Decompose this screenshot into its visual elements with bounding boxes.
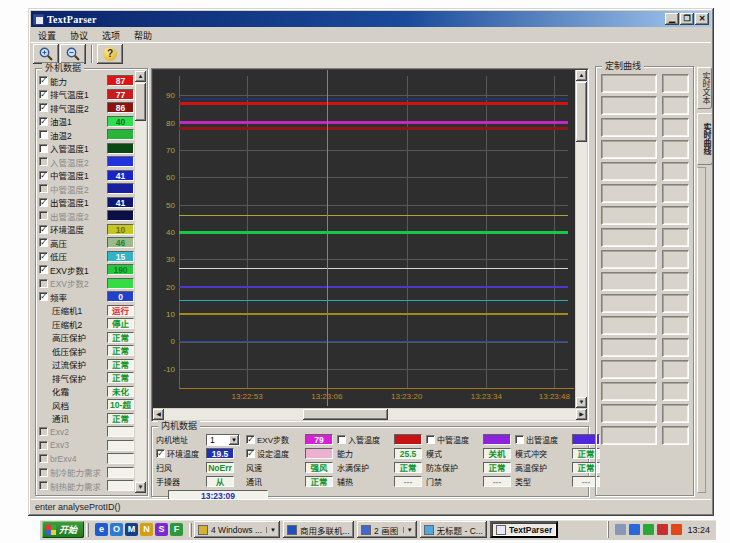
custom-curve-name-field[interactable] <box>601 382 657 401</box>
scroll-right-arrow[interactable]: ▶ <box>576 409 587 420</box>
menu-protocol[interactable]: 协议 <box>63 28 95 43</box>
custom-curve-name-field[interactable] <box>601 250 657 269</box>
custom-curve-value-field[interactable] <box>662 338 689 357</box>
flash-tray-icon[interactable] <box>671 524 682 535</box>
checkbox[interactable] <box>39 279 48 288</box>
custom-curve-value-field[interactable] <box>662 162 689 181</box>
custom-curve-name-field[interactable] <box>601 272 657 291</box>
chart-vertical-scrollbar[interactable]: ▲▼ <box>576 70 587 408</box>
custom-curve-value-field[interactable] <box>662 382 689 401</box>
custom-curve-value-field[interactable] <box>662 118 689 137</box>
custom-curve-name-field[interactable] <box>601 206 657 225</box>
custom-curve-name-field[interactable] <box>601 162 657 181</box>
printer-tray-icon[interactable] <box>615 524 626 535</box>
checkbox[interactable]: ✓ <box>39 103 48 112</box>
scroll-down-arrow[interactable]: ▼ <box>576 397 587 408</box>
task-dropdown-arrow-icon[interactable]: ▼ <box>403 527 413 533</box>
scroll-thumb[interactable] <box>303 409 388 420</box>
checkbox[interactable] <box>426 435 435 444</box>
minimize-button[interactable]: ▁ <box>665 13 679 25</box>
custom-curve-name-field[interactable] <box>601 118 657 137</box>
custom-curve-name-field[interactable] <box>601 316 657 335</box>
checkbox[interactable] <box>39 441 48 450</box>
checkbox[interactable] <box>39 468 48 477</box>
custom-curve-name-field[interactable] <box>601 360 657 379</box>
checkbox[interactable] <box>39 144 48 153</box>
task-button[interactable]: 2 画图▼ <box>357 521 417 538</box>
checkbox[interactable]: ✓ <box>39 198 48 207</box>
mail-icon[interactable]: O <box>110 523 123 536</box>
close-button[interactable]: ✕ <box>695 13 709 25</box>
ie-icon[interactable]: e <box>95 523 108 536</box>
custom-curve-name-field[interactable] <box>601 338 657 357</box>
dropdown-arrow-icon[interactable]: ▼ <box>229 435 239 445</box>
custom-curve-name-field[interactable] <box>601 184 657 203</box>
checkbox[interactable] <box>39 184 48 193</box>
task-button[interactable]: 4 Windows ...▼ <box>194 521 280 538</box>
checkbox[interactable]: ✓ <box>39 76 48 85</box>
custom-curve-value-field[interactable] <box>662 360 689 379</box>
custom-curve-value-field[interactable] <box>662 404 689 423</box>
checkbox[interactable] <box>515 435 524 444</box>
custom-curve-name-field[interactable] <box>601 294 657 313</box>
indoor-address-select[interactable]: 1▼ <box>206 434 240 446</box>
task-button[interactable]: 无标题 - C... <box>420 521 487 538</box>
custom-curve-value-field[interactable] <box>662 74 689 93</box>
task-button[interactable]: TextParser <box>490 521 558 538</box>
custom-curve-value-field[interactable] <box>662 426 689 445</box>
custom-curve-value-field[interactable] <box>662 250 689 269</box>
menu-options[interactable]: 选项 <box>95 28 127 43</box>
checkbox[interactable] <box>39 130 48 139</box>
checkbox[interactable] <box>39 157 48 166</box>
checkbox[interactable]: ✓ <box>39 238 48 247</box>
custom-curve-name-field[interactable] <box>601 404 657 423</box>
scroll-up-arrow[interactable]: ▲ <box>576 70 587 81</box>
outdoor-scrollbar[interactable]: ▲▼ <box>135 71 146 493</box>
zoom-out-button[interactable] <box>60 44 86 64</box>
checkbox[interactable]: ✓ <box>39 265 48 274</box>
checkbox[interactable] <box>337 435 346 444</box>
scroll-thumb[interactable] <box>576 82 587 142</box>
zoom-in-button[interactable] <box>33 44 59 64</box>
custom-curve-value-field[interactable] <box>662 316 689 335</box>
help-button[interactable]: ? <box>97 44 123 64</box>
checkbox[interactable]: ✓ <box>156 449 165 458</box>
checkbox[interactable]: ✓ <box>39 252 48 261</box>
media-icon[interactable]: M <box>125 523 138 536</box>
task-dropdown-arrow-icon[interactable]: ▼ <box>266 527 276 533</box>
task-button[interactable]: 商用多联机... <box>283 521 354 538</box>
side-tab-realtime-text[interactable]: 实时文本 <box>697 67 712 109</box>
maximize-button[interactable]: ❐ <box>680 13 694 25</box>
checkbox[interactable] <box>39 481 48 490</box>
custom-curve-name-field[interactable] <box>601 426 657 445</box>
menu-settings[interactable]: 设置 <box>31 28 63 43</box>
custom-curve-value-field[interactable] <box>662 206 689 225</box>
custom-curve-value-field[interactable] <box>662 140 689 159</box>
checkbox[interactable]: ✓ <box>39 225 48 234</box>
checkbox[interactable] <box>39 211 48 220</box>
custom-curve-value-field[interactable] <box>662 184 689 203</box>
scroll-down-arrow[interactable]: ▼ <box>135 482 146 493</box>
custom-curve-name-field[interactable] <box>601 140 657 159</box>
msn-tray-icon[interactable] <box>629 524 640 535</box>
custom-curve-value-field[interactable] <box>662 294 689 313</box>
checkbox[interactable]: ✓ <box>39 292 48 301</box>
checkbox[interactable]: ✓ <box>39 90 48 99</box>
custom-curve-value-field[interactable] <box>662 96 689 115</box>
network-tray-icon[interactable] <box>657 524 668 535</box>
scroll-up-arrow[interactable]: ▲ <box>135 71 146 82</box>
side-tab-realtime-curve[interactable]: 实时曲线 <box>697 113 713 165</box>
notes-icon[interactable]: N <box>140 523 153 536</box>
security-icon[interactable]: S <box>155 523 168 536</box>
checkbox[interactable]: ✓ <box>39 171 48 180</box>
start-button[interactable]: 开始 <box>42 521 84 538</box>
checkbox[interactable]: ✓ <box>39 117 48 126</box>
custom-curve-name-field[interactable] <box>601 74 657 93</box>
folder-icon[interactable]: F <box>170 523 183 536</box>
chart-horizontal-scrollbar[interactable]: ◀▶ <box>153 409 587 420</box>
scroll-thumb[interactable] <box>135 83 146 121</box>
custom-curve-name-field[interactable] <box>601 228 657 247</box>
custom-curve-value-field[interactable] <box>662 228 689 247</box>
custom-curve-value-field[interactable] <box>662 272 689 291</box>
checkbox[interactable]: ✓ <box>246 435 255 444</box>
